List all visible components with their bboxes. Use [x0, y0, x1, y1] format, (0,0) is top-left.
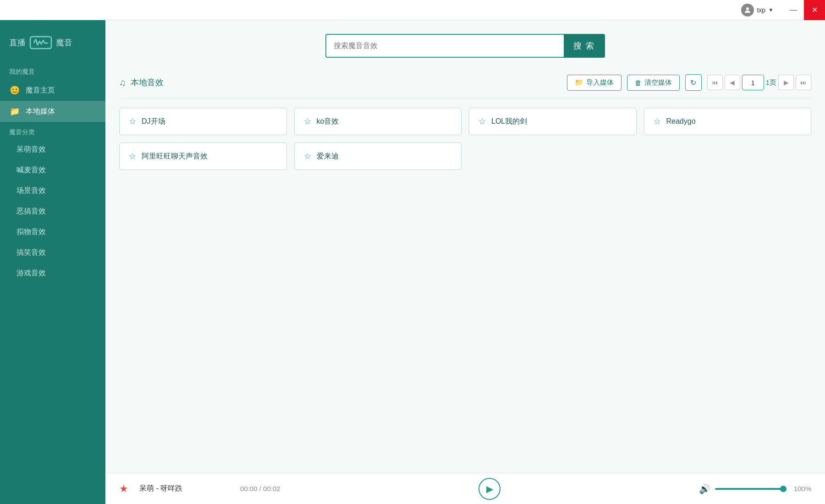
- scene-label: 场景音效: [16, 186, 46, 196]
- section-title: 本地音效: [131, 77, 164, 88]
- laugh-label: 搞笑音效: [16, 248, 46, 257]
- sound-name-dj: DJ开场: [142, 117, 165, 126]
- import-label: 导入媒体: [586, 78, 614, 87]
- toolbar-left: ♫ 本地音效: [119, 77, 164, 88]
- search-button[interactable]: 搜 索: [564, 34, 605, 58]
- sound-card-dj[interactable]: ☆ DJ开场: [119, 108, 287, 135]
- clear-label: 清空媒体: [644, 78, 672, 87]
- shout-label: 喊麦音效: [16, 165, 46, 175]
- main-layout: 直播 魔音 我的魔音 😊 魔音主页 📁 本地: [0, 20, 825, 504]
- toolbar-right: 📁 导入媒体 🗑 清空媒体 ↻ ⏮ ◀ 1页: [567, 74, 811, 91]
- logo-text-left: 直播: [9, 37, 26, 48]
- player-time: 00:00 / 00:02: [240, 485, 280, 493]
- logo-icon: [29, 34, 52, 51]
- user-avatar: [741, 4, 754, 16]
- star-icon-lol: ☆: [478, 116, 486, 126]
- window-controls: — ✕: [783, 0, 825, 20]
- sidebar-logo: 直播 魔音: [0, 20, 105, 60]
- import-button[interactable]: 📁 导入媒体: [567, 75, 622, 91]
- time-separator: /: [259, 485, 263, 493]
- volume-percent: 100%: [788, 485, 811, 493]
- sound-name-love: 爱来迪: [317, 152, 339, 161]
- search-input[interactable]: [325, 34, 564, 58]
- sidebar-item-laugh[interactable]: 搞笑音效: [0, 242, 105, 263]
- category-title: 魔音分类: [0, 122, 105, 139]
- dropdown-icon[interactable]: ▼: [768, 7, 774, 13]
- star-icon-love: ☆: [304, 151, 311, 161]
- play-button[interactable]: ▶: [478, 478, 500, 500]
- title-bar: txp ▼ — ✕: [0, 0, 825, 20]
- star-icon-ali: ☆: [129, 151, 136, 161]
- star-icon-ready: ☆: [654, 116, 661, 126]
- star-icon-dj: ☆: [129, 116, 136, 126]
- my-moyin-label: 我的魔音: [0, 60, 105, 80]
- time-total: 00:02: [263, 485, 280, 493]
- sidebar-item-home-label: 魔音主页: [26, 86, 55, 95]
- sound-card-love[interactable]: ☆ 爱来迪: [294, 142, 462, 170]
- folder-icon: 📁: [9, 106, 20, 116]
- first-page-button[interactable]: ⏮: [707, 75, 723, 90]
- player-title: 呆萌 - 呀咩跌: [139, 484, 231, 493]
- minimize-button[interactable]: —: [783, 0, 804, 20]
- volume-icon: 🔊: [699, 483, 710, 494]
- music-list-icon: ♫: [119, 77, 126, 88]
- player-favorite-icon: ★: [119, 483, 128, 495]
- prev-page-button[interactable]: ◀: [725, 75, 740, 90]
- player-bar: ★ 呆萌 - 呀咩跌 00:00 / 00:02 ▶ 🔊 100%: [105, 473, 825, 504]
- page-total-label: 1页: [766, 78, 776, 87]
- refresh-button[interactable]: ↻: [685, 74, 702, 91]
- content-main: ♫ 本地音效 📁 导入媒体 🗑 清空媒体 ↻: [105, 67, 825, 473]
- sound-name-ready: Readygo: [666, 117, 696, 126]
- svg-line-3: [36, 39, 38, 45]
- sound-card-ko[interactable]: ☆ ko音效: [294, 108, 462, 135]
- content-area: 搜 索 ♫ 本地音效 📁 导入媒体 🗑 清空媒体: [105, 20, 825, 504]
- sound-name-ko: ko音效: [317, 117, 339, 126]
- sound-name-lol: LOL我的剑: [491, 117, 527, 126]
- player-controls: ▶: [290, 478, 690, 500]
- volume-slider[interactable]: [715, 488, 784, 490]
- username-label: txp: [757, 6, 765, 14]
- svg-point-0: [746, 7, 749, 10]
- sound-card-lol[interactable]: ☆ LOL我的剑: [469, 108, 637, 135]
- toolbar: ♫ 本地音效 📁 导入媒体 🗑 清空媒体 ↻: [119, 67, 811, 99]
- close-button[interactable]: ✕: [804, 0, 825, 20]
- search-bar: 搜 索: [105, 20, 825, 67]
- page-nav: ⏮ ◀ 1页 ▶ ⏭: [707, 75, 811, 90]
- star-icon-ko: ☆: [304, 116, 311, 126]
- next-page-button[interactable]: ▶: [778, 75, 794, 90]
- sidebar-item-game[interactable]: 游戏音效: [0, 263, 105, 284]
- logo-text-right: 魔音: [56, 37, 72, 48]
- sound-grid: ☆ DJ开场 ☆ ko音效 ☆ LOL我的剑 ☆ Readygo ☆: [119, 108, 811, 170]
- page-number-input[interactable]: [742, 75, 764, 90]
- last-page-button[interactable]: ⏭: [796, 75, 811, 90]
- cute-label: 呆萌音效: [16, 145, 46, 154]
- sidebar-item-cute[interactable]: 呆萌音效: [0, 139, 105, 160]
- home-icon: 😊: [9, 85, 20, 95]
- play-icon: ▶: [486, 483, 493, 494]
- sidebar-item-local-label: 本地媒体: [26, 107, 55, 116]
- game-label: 游戏音效: [16, 268, 46, 278]
- sound-card-ali[interactable]: ☆ 阿里旺旺聊天声音效: [119, 142, 287, 170]
- volume-slider-thumb: [780, 486, 786, 492]
- time-current: 00:00: [240, 485, 258, 493]
- funny-label: 恶搞音效: [16, 207, 46, 216]
- sound-card-ready[interactable]: ☆ Readygo: [644, 108, 812, 135]
- sidebar-item-funny[interactable]: 恶搞音效: [0, 201, 105, 222]
- sidebar-item-local[interactable]: 📁 本地媒体: [0, 101, 105, 122]
- sidebar: 直播 魔音 我的魔音 😊 魔音主页 📁 本地: [0, 20, 105, 504]
- simulate-label: 拟物音效: [16, 227, 46, 237]
- sidebar-item-home[interactable]: 😊 魔音主页: [0, 80, 105, 101]
- sidebar-item-scene[interactable]: 场景音效: [0, 181, 105, 201]
- sidebar-item-simulate[interactable]: 拟物音效: [0, 222, 105, 242]
- user-info: txp ▼: [741, 4, 774, 16]
- sound-name-ali: 阿里旺旺聊天声音效: [142, 152, 208, 161]
- folder-import-icon: 📁: [575, 78, 583, 87]
- clear-button[interactable]: 🗑 清空媒体: [627, 75, 680, 91]
- volume-area: 🔊 100%: [699, 483, 811, 494]
- trash-icon: 🗑: [635, 79, 642, 87]
- refresh-icon: ↻: [690, 78, 696, 87]
- sidebar-item-shout[interactable]: 喊麦音效: [0, 160, 105, 181]
